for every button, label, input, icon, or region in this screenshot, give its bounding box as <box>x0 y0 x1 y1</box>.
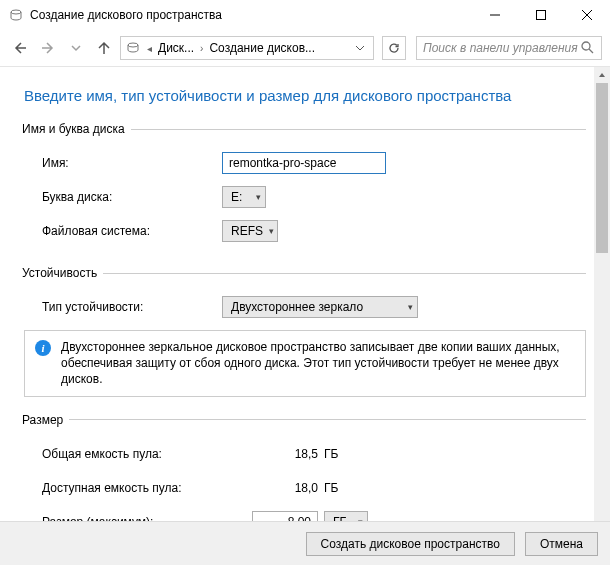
filesystem-select[interactable]: REFS ▾ <box>222 220 278 242</box>
available-capacity-value: 18,0 <box>252 481 318 495</box>
group-name-legend: Имя и буква диска <box>22 122 131 136</box>
title-bar: Создание дискового пространства <box>0 0 610 30</box>
resilience-type-select[interactable]: Двухстороннее зеркало ▾ <box>222 296 418 318</box>
total-capacity-unit: ГБ <box>324 447 354 461</box>
address-dropdown[interactable] <box>351 43 369 53</box>
drive-letter-label: Буква диска: <box>42 190 222 204</box>
size-unit-select[interactable]: ГБ ▾ <box>324 511 368 521</box>
resilience-info-text: Двухстороннее зеркальное дисковое простр… <box>61 339 575 388</box>
scroll-up-icon[interactable] <box>594 67 610 83</box>
resilience-info-box: i Двухстороннее зеркальное дисковое прос… <box>24 330 586 397</box>
total-capacity-value: 18,5 <box>252 447 318 461</box>
chevron-right-icon: › <box>200 43 203 54</box>
size-max-label: Размер (максимум): <box>42 515 252 521</box>
resilience-type-label: Тип устойчивости: <box>42 300 222 314</box>
breadcrumb-seg1[interactable]: Диск... <box>158 41 194 55</box>
filesystem-value: REFS <box>231 224 263 238</box>
filesystem-label: Файловая система: <box>42 224 222 238</box>
maximize-button[interactable] <box>518 0 564 30</box>
size-unit-value: ГБ <box>333 515 347 521</box>
search-placeholder: Поиск в панели управления <box>423 41 581 55</box>
chevron-down-icon: ▾ <box>256 192 261 202</box>
window-title: Создание дискового пространства <box>30 8 472 22</box>
vertical-scrollbar[interactable] <box>594 67 610 521</box>
drive-letter-select[interactable]: E: ▾ <box>222 186 266 208</box>
drive-letter-value: E: <box>231 190 242 204</box>
minimize-button[interactable] <box>472 0 518 30</box>
app-icon <box>8 7 24 23</box>
recent-dropdown[interactable] <box>64 36 88 60</box>
total-capacity-label: Общая емкость пула: <box>42 447 252 461</box>
resilience-type-value: Двухстороннее зеркало <box>231 300 363 314</box>
available-capacity-label: Доступная емкость пула: <box>42 481 252 495</box>
svg-point-6 <box>582 42 590 50</box>
scroll-thumb[interactable] <box>596 83 608 253</box>
chevron-down-icon: ▾ <box>408 302 413 312</box>
name-label: Имя: <box>42 156 222 170</box>
chevron-down-icon: ▾ <box>269 226 274 236</box>
group-resilience-legend: Устойчивость <box>22 266 103 280</box>
footer-bar: Создать дисковое пространство Отмена <box>0 521 610 565</box>
group-resilience: Устойчивость Тип устойчивости: Двухсторо… <box>24 266 586 397</box>
cancel-button[interactable]: Отмена <box>525 532 598 556</box>
refresh-button[interactable] <box>382 36 406 60</box>
size-max-input[interactable] <box>252 511 318 521</box>
nav-bar: ◂ Диск... › Создание дисков... Поиск в п… <box>0 30 610 66</box>
up-button[interactable] <box>92 36 116 60</box>
create-space-button[interactable]: Создать дисковое пространство <box>306 532 515 556</box>
back-button[interactable] <box>8 36 32 60</box>
svg-point-5 <box>128 43 138 47</box>
group-size-legend: Размер <box>22 413 69 427</box>
svg-line-7 <box>589 49 593 53</box>
page-title: Введите имя, тип устойчивости и размер д… <box>24 87 586 104</box>
info-icon: i <box>35 340 51 356</box>
search-icon <box>581 41 595 55</box>
group-name-letter: Имя и буква диска Имя: Буква диска: E: ▾… <box>24 122 586 252</box>
content-area: Введите имя, тип устойчивости и размер д… <box>0 67 610 521</box>
chevron-down-icon: ▾ <box>358 517 363 521</box>
close-button[interactable] <box>564 0 610 30</box>
name-input[interactable] <box>222 152 386 174</box>
group-size: Размер Общая емкость пула: 18,5 ГБ Досту… <box>24 413 586 521</box>
forward-button[interactable] <box>36 36 60 60</box>
storage-icon <box>125 40 141 56</box>
breadcrumb-seg2[interactable]: Создание дисков... <box>209 41 315 55</box>
svg-point-0 <box>11 10 21 14</box>
available-capacity-unit: ГБ <box>324 481 354 495</box>
chevron-left-icon: ◂ <box>147 43 152 54</box>
address-bar[interactable]: ◂ Диск... › Создание дисков... <box>120 36 374 60</box>
svg-rect-2 <box>537 11 546 20</box>
search-box[interactable]: Поиск в панели управления <box>416 36 602 60</box>
